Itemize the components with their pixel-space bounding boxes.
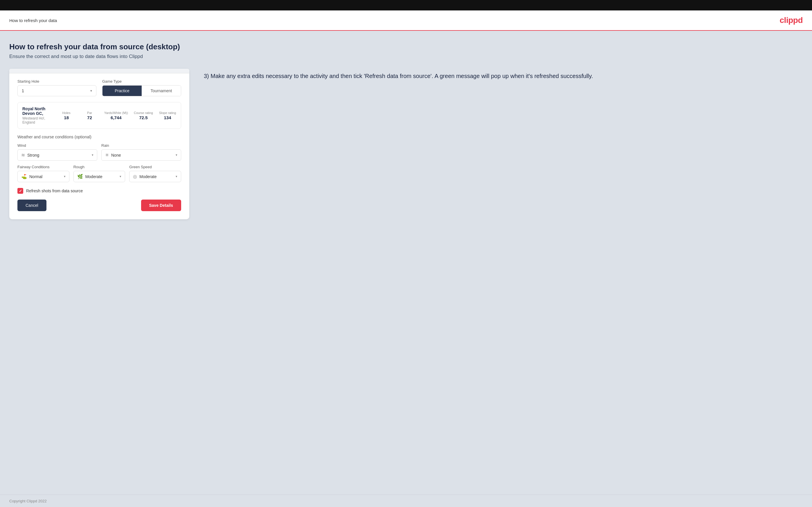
starting-hole-game-type-row: Starting Hole 1 ▾ Game Type Practice Tou… [17,79,181,96]
tournament-button[interactable]: Tournament [142,86,181,96]
green-speed-value: Moderate [139,174,173,179]
starting-hole-select[interactable]: 1 ▾ [17,85,96,96]
wind-label: Wind [17,143,97,148]
rough-label: Rough [73,165,125,169]
rain-group: Rain ✳ None ▾ [101,143,181,161]
course-rating-value: 72.5 [139,115,148,120]
course-yards-stat: Yards/White (M)) 6,744 [104,111,128,120]
rain-label: Rain [101,143,181,148]
conditions-section-title: Weather and course conditions (optional) [17,134,181,139]
button-row: Cancel Save Details [17,200,181,211]
wind-select[interactable]: ≋ Strong ▾ [17,149,97,161]
rain-chevron-icon: ▾ [175,153,177,157]
footer: Copyright Clippd 2022 [0,495,812,507]
fairway-group: Fairway Conditions ⛳ Normal ▾ [17,165,69,182]
rough-value: Moderate [85,174,117,179]
practice-button[interactable]: Practice [102,86,142,96]
page-subheading: Ensure the correct and most up to date d… [9,54,803,59]
starting-hole-label: Starting Hole [17,79,96,83]
starting-hole-value: 1 [22,89,24,93]
green-speed-select[interactable]: ◎ Moderate ▾ [129,171,181,182]
clippd-logo: clippd [780,16,803,25]
course-holes-stat: Holes 18 [58,111,75,120]
par-label: Par [87,111,92,115]
fairway-label: Fairway Conditions [17,165,69,169]
rough-icon: 🌿 [77,174,83,179]
course-info-row: Royal North Devon GC, Westward Ho!, Engl… [17,102,181,129]
game-type-toggle: Practice Tournament [102,85,181,96]
starting-hole-group: Starting Hole 1 ▾ [17,79,96,96]
starting-hole-chevron-icon: ▾ [90,89,92,93]
wind-value: Strong [27,153,89,158]
course-par-stat: Par 72 [81,111,98,120]
copyright-text: Copyright Clippd 2022 [9,499,47,503]
green-speed-icon: ◎ [133,174,137,179]
green-speed-chevron-icon: ▾ [175,175,177,178]
content-area: Starting Hole 1 ▾ Game Type Practice Tou… [9,69,803,219]
course-name-col: Royal North Devon GC, Westward Ho!, Engl… [22,106,52,124]
header: How to refresh your data clippd [0,10,812,31]
conditions-three-row: Fairway Conditions ⛳ Normal ▾ Rough 🌿 Mo… [17,165,181,182]
par-value: 72 [87,115,92,120]
rough-group: Rough 🌿 Moderate ▾ [73,165,125,182]
form-card: Starting Hole 1 ▾ Game Type Practice Tou… [9,69,189,219]
course-location: Westward Ho!, England [22,116,52,124]
refresh-checkbox-label: Refresh shots from data source [26,188,83,193]
green-speed-label: Green Speed [129,165,181,169]
wind-icon: ≋ [21,152,25,158]
slope-rating-label: Slope rating [159,111,176,115]
page-heading: How to refresh your data from source (de… [9,42,803,51]
wind-chevron-icon: ▾ [92,153,94,157]
slope-rating-stat: Slope rating 134 [159,111,176,120]
green-speed-group: Green Speed ◎ Moderate ▾ [129,165,181,182]
game-type-label: Game Type [102,79,181,83]
top-bar [0,0,812,10]
rain-value: None [111,153,173,158]
yards-value: 6,744 [111,115,122,120]
rough-chevron-icon: ▾ [119,175,121,178]
refresh-checkbox[interactable] [17,188,23,194]
yards-label: Yards/White (M)) [104,111,128,115]
main-content: How to refresh your data from source (de… [0,31,812,495]
fairway-chevron-icon: ▾ [64,175,66,178]
holes-value: 18 [64,115,69,120]
cancel-button[interactable]: Cancel [17,200,46,211]
rough-select[interactable]: 🌿 Moderate ▾ [73,171,125,182]
side-note-text: 3) Make any extra edits necessary to the… [204,72,803,80]
wind-rain-row: Wind ≋ Strong ▾ Rain ✳ None ▾ [17,143,181,161]
course-rating-label: Course rating [134,111,153,115]
holes-label: Holes [62,111,70,115]
page-title: How to refresh your data [9,18,57,23]
slope-rating-value: 134 [164,115,171,120]
wind-group: Wind ≋ Strong ▾ [17,143,97,161]
rain-icon: ✳ [105,152,109,158]
game-type-group: Game Type Practice Tournament [102,79,181,96]
course-name: Royal North Devon GC, [22,106,52,116]
save-details-button[interactable]: Save Details [141,200,182,211]
side-note: 3) Make any extra edits necessary to the… [201,69,803,80]
rain-select[interactable]: ✳ None ▾ [101,149,181,161]
fairway-value: Normal [29,174,61,179]
fairway-icon: ⛳ [21,174,27,179]
refresh-checkbox-row: Refresh shots from data source [17,188,181,194]
fairway-select[interactable]: ⛳ Normal ▾ [17,171,69,182]
course-rating-stat: Course rating 72.5 [134,111,153,120]
